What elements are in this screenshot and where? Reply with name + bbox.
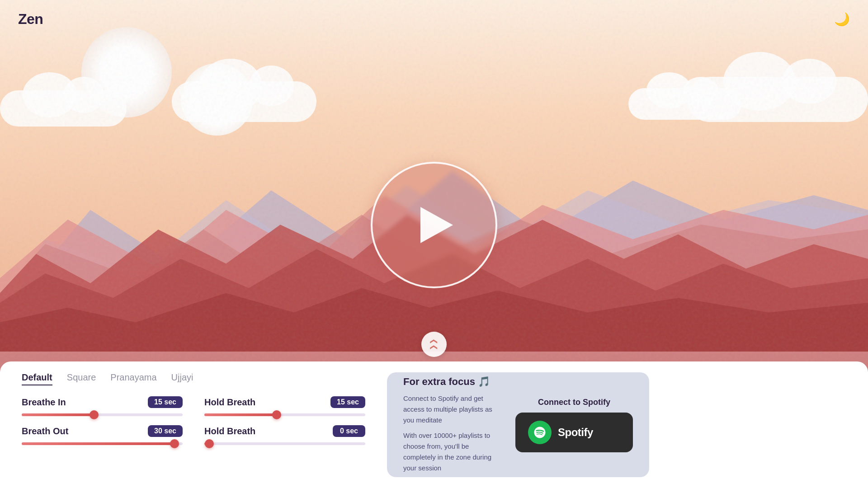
hold-breath-1-value: 15 sec xyxy=(330,396,365,408)
slider-breath-out: Breath Out 30 sec xyxy=(22,425,183,445)
tab-ujjayi[interactable]: Ujjayi xyxy=(171,372,193,385)
connect-label: Connect to Spotify xyxy=(538,398,610,407)
slider-breathe-in-header: Breathe In 15 sec xyxy=(22,396,183,408)
breath-out-value: 30 sec xyxy=(148,425,183,437)
play-button-container xyxy=(371,162,497,288)
slider-breathe-in: Breathe In 15 sec xyxy=(22,396,183,416)
play-icon xyxy=(420,207,453,243)
scroll-down-button[interactable]: ❮❮ xyxy=(421,332,447,357)
breath-out-label: Breath Out xyxy=(22,426,68,436)
hold-breath-2-thumb[interactable] xyxy=(205,439,214,448)
hold-breath-1-label: Hold Breath xyxy=(204,397,255,408)
bottom-panel: Default Square Pranayama Ujjayi Breathe … xyxy=(0,361,868,488)
breathe-in-label: Breathe In xyxy=(22,397,66,408)
spotify-panel: For extra focus 🎵 Connect to Spotify and… xyxy=(387,372,649,477)
spotify-logo-icon xyxy=(528,421,552,444)
hold-breath-1-track[interactable] xyxy=(204,413,365,416)
tab-pranayama[interactable]: Pranayama xyxy=(110,372,156,385)
breath-tabs: Default Square Pranayama Ujjayi xyxy=(22,372,365,385)
breathe-in-thumb[interactable] xyxy=(90,410,99,419)
breath-out-track[interactable] xyxy=(22,442,183,445)
breathe-in-track[interactable] xyxy=(22,413,183,416)
hold-breath-1-fill xyxy=(204,413,277,416)
play-button[interactable] xyxy=(371,162,497,288)
hold-breath-2-value: 0 sec xyxy=(333,425,365,437)
slider-breath-out-header: Breath Out 30 sec xyxy=(22,425,183,437)
slider-hold-breath-1-header: Hold Breath 15 sec xyxy=(204,396,365,408)
breathe-in-value: 15 sec xyxy=(148,396,183,408)
tab-square[interactable]: Square xyxy=(67,372,96,385)
hold-breath-1-thumb[interactable] xyxy=(272,410,281,419)
slider-hold-breath-2-header: Hold Breath 0 sec xyxy=(204,425,365,437)
spotify-connect: Connect to Spotify Spotify xyxy=(515,398,633,452)
hold-breath-2-track[interactable] xyxy=(204,442,365,445)
slider-hold-breath-1: Hold Breath 15 sec xyxy=(204,396,365,416)
breathing-panel: Default Square Pranayama Ujjayi Breathe … xyxy=(22,372,365,477)
slider-hold-breath-2: Hold Breath 0 sec xyxy=(204,425,365,445)
spotify-desc1: Connect to Spotify and get access to mul… xyxy=(403,393,501,426)
chevron-down-icon: ❮❮ xyxy=(430,338,438,350)
breathe-in-fill xyxy=(22,413,94,416)
sliders-grid: Breathe In 15 sec Hold Breath 15 sec xyxy=(22,396,365,445)
breath-out-thumb[interactable] xyxy=(170,439,179,448)
app-title: Zen xyxy=(18,11,43,28)
spotify-desc2: With over 10000+ playlists to choose fro… xyxy=(403,430,501,474)
spotify-text: For extra focus 🎵 Connect to Spotify and… xyxy=(403,376,501,474)
tab-default[interactable]: Default xyxy=(22,372,52,385)
header: Zen 🌙 xyxy=(0,0,868,38)
breath-out-fill xyxy=(22,442,175,445)
hold-breath-2-label: Hold Breath xyxy=(204,426,255,436)
spotify-heading: For extra focus 🎵 xyxy=(403,376,501,388)
spotify-connect-button[interactable]: Spotify xyxy=(515,413,633,452)
spotify-wordmark: Spotify xyxy=(558,426,593,439)
moon-icon[interactable]: 🌙 xyxy=(834,12,850,27)
